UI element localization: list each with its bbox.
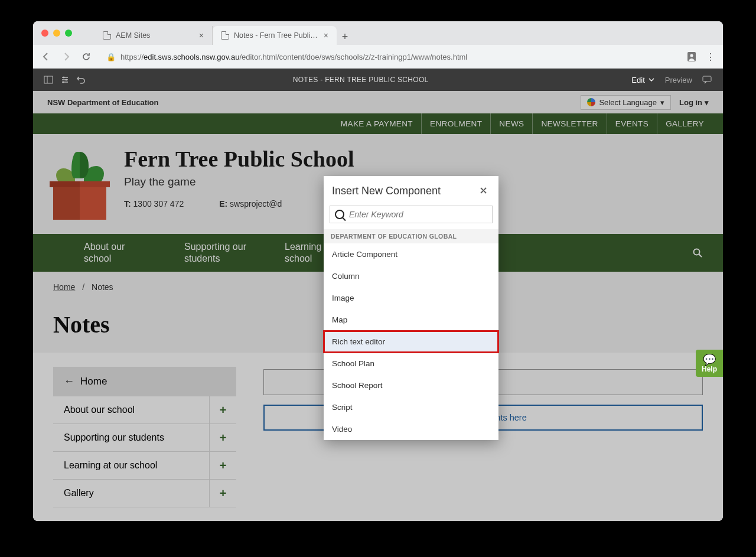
component-option[interactable]: School Report xyxy=(324,374,498,396)
expand-icon[interactable]: + xyxy=(209,480,236,507)
component-option[interactable]: School Plan xyxy=(324,353,498,374)
preview-button[interactable]: Preview xyxy=(665,76,692,84)
expand-icon[interactable]: + xyxy=(209,452,236,479)
language-selector[interactable]: Select Language▾ xyxy=(581,95,671,110)
side-nav: Home About our school+ Supporting our st… xyxy=(53,367,236,507)
side-nav-item: Learning at our school+ xyxy=(53,452,236,480)
help-tab[interactable]: 💬 Help xyxy=(696,350,723,377)
back-button[interactable] xyxy=(39,50,53,64)
tab-label: AEM Sites xyxy=(116,31,194,40)
component-option[interactable]: Rich text editor xyxy=(324,331,498,353)
search-icon xyxy=(335,210,344,219)
browser-tab[interactable]: AEM Sites × xyxy=(94,26,213,45)
top-nav-item[interactable]: EVENTS xyxy=(607,113,657,134)
login-link[interactable]: Log in▾ xyxy=(679,98,709,107)
chat-icon: 💬 xyxy=(696,354,723,365)
insert-component-modal: Insert New Component ✕ DEPARTMENT OF EDU… xyxy=(324,176,498,440)
svg-point-7 xyxy=(63,77,65,79)
edit-mode-dropdown[interactable]: Edit xyxy=(631,76,654,84)
top-nav: MAKE A PAYMENT ENROLMENT NEWS NEWSLETTER… xyxy=(33,113,723,134)
school-logo xyxy=(53,152,106,220)
traffic-lights xyxy=(41,30,72,37)
component-option[interactable]: Script xyxy=(324,396,498,418)
browser-tabs: AEM Sites × Notes - Fern Tree Public Sch… xyxy=(94,21,353,45)
side-nav-item: About our school+ xyxy=(53,396,236,424)
expand-icon[interactable]: + xyxy=(209,424,236,451)
svg-point-9 xyxy=(63,82,64,83)
side-nav-item: Supporting our students+ xyxy=(53,424,236,452)
undo-icon[interactable] xyxy=(73,75,90,84)
utility-bar: NSW Department of Education Select Langu… xyxy=(33,91,723,113)
main-nav-item[interactable]: About our school xyxy=(69,234,169,272)
modal-title: Insert New Component xyxy=(332,185,441,197)
component-list: Article ComponentColumnImageMapRich text… xyxy=(324,243,498,440)
breadcrumb-sep: / xyxy=(82,282,84,292)
minimize-window-icon[interactable] xyxy=(53,30,60,37)
close-icon[interactable]: ✕ xyxy=(477,182,490,200)
top-nav-item[interactable]: NEWS xyxy=(490,113,532,134)
component-option[interactable]: Map xyxy=(324,309,498,331)
main-nav-item[interactable]: Supporting our students xyxy=(169,234,269,272)
email: E: swsproject@d xyxy=(219,199,282,209)
profile-icon[interactable] xyxy=(685,50,698,63)
dept-label: NSW Department of Education xyxy=(47,98,159,107)
school-name: Fern Tree Public School xyxy=(124,146,354,172)
top-nav-item[interactable]: NEWSLETTER xyxy=(532,113,606,134)
new-tab-button[interactable]: + xyxy=(337,28,353,45)
side-panel-icon[interactable] xyxy=(40,75,57,84)
close-tab-icon[interactable]: × xyxy=(324,31,328,40)
kebab-menu-icon[interactable]: ⋮ xyxy=(704,50,717,63)
component-option[interactable]: Column xyxy=(324,265,498,287)
annotate-icon[interactable] xyxy=(699,75,716,84)
close-window-icon[interactable] xyxy=(41,30,48,37)
top-nav-item[interactable]: GALLERY xyxy=(657,113,712,134)
reload-button[interactable] xyxy=(79,50,93,64)
svg-point-11 xyxy=(694,249,700,255)
svg-rect-10 xyxy=(703,76,711,82)
component-search[interactable] xyxy=(330,206,493,223)
file-icon xyxy=(221,31,229,40)
component-option[interactable]: Video xyxy=(324,418,498,440)
breadcrumb-current: Notes xyxy=(92,282,113,292)
svg-point-8 xyxy=(66,79,67,81)
lock-icon: 🔒 xyxy=(106,53,116,61)
google-icon xyxy=(587,98,595,106)
breadcrumb-home[interactable]: Home xyxy=(53,282,75,292)
url-text: https://edit.sws.schools.nsw.gov.au/edit… xyxy=(120,53,467,61)
address-bar-row: 🔒 https://edit.sws.schools.nsw.gov.au/ed… xyxy=(33,45,723,69)
top-nav-item[interactable]: ENROLMENT xyxy=(421,113,490,134)
svg-rect-2 xyxy=(44,76,53,83)
titlebar: AEM Sites × Notes - Fern Tree Public Sch… xyxy=(33,21,723,45)
browser-window: AEM Sites × Notes - Fern Tree Public Sch… xyxy=(33,21,723,521)
hero-text: Fern Tree Public School Play the game T:… xyxy=(124,146,354,209)
forward-button[interactable] xyxy=(59,50,73,64)
aem-editor-toolbar: NOTES - FERN TREE PUBLIC SCHOOL Edit Pre… xyxy=(33,69,723,91)
search-icon[interactable] xyxy=(692,247,703,258)
component-option[interactable]: Image xyxy=(324,287,498,309)
page-properties-icon[interactable] xyxy=(57,75,73,84)
address-bar[interactable]: 🔒 https://edit.sws.schools.nsw.gov.au/ed… xyxy=(99,50,679,64)
file-icon xyxy=(103,31,111,40)
side-nav-item: Gallery+ xyxy=(53,480,236,507)
aem-page-title: NOTES - FERN TREE PUBLIC SCHOOL xyxy=(90,76,631,84)
side-nav-home[interactable]: Home xyxy=(53,367,236,396)
browser-tab[interactable]: Notes - Fern Tree Public Schoo × xyxy=(213,26,337,45)
close-tab-icon[interactable]: × xyxy=(199,31,204,40)
search-input[interactable] xyxy=(349,210,487,219)
svg-line-12 xyxy=(699,255,702,258)
phone: T: 1300 307 472 xyxy=(124,199,184,209)
component-group-label: DEPARTMENT OF EDUCATION GLOBAL xyxy=(324,229,498,243)
side-nav-list: About our school+ Supporting our student… xyxy=(53,396,236,507)
svg-point-1 xyxy=(690,54,693,57)
component-option[interactable]: Article Component xyxy=(324,243,498,265)
top-nav-item[interactable]: MAKE A PAYMENT xyxy=(333,113,421,134)
maximize-window-icon[interactable] xyxy=(65,30,72,37)
school-tagline: Play the game xyxy=(124,175,354,188)
tab-label: Notes - Fern Tree Public Schoo xyxy=(234,31,319,40)
expand-icon[interactable]: + xyxy=(209,396,236,424)
